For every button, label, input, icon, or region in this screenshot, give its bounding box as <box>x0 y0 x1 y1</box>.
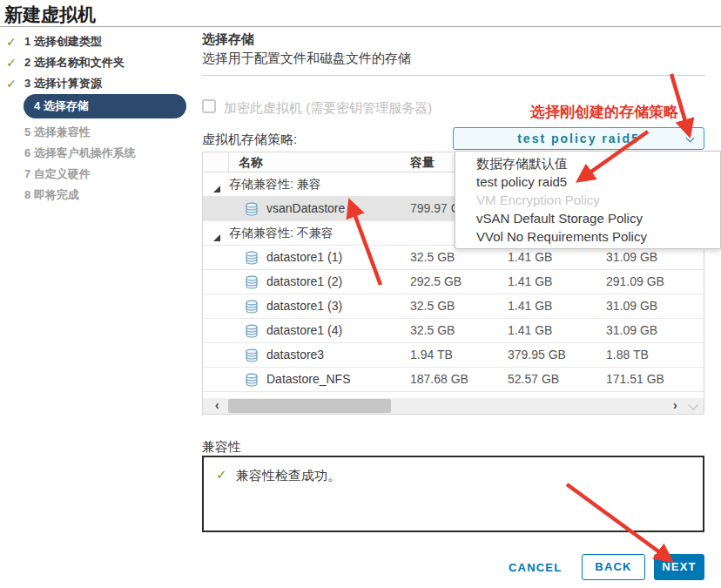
back-button[interactable]: BACK <box>582 554 645 580</box>
datastore-free: 1.88 TB <box>606 343 704 367</box>
step-4-select-storage-active[interactable]: 4 选择存储 <box>24 94 186 118</box>
column-header-name[interactable]: 名称 <box>229 152 402 172</box>
datastore-name: datastore1 (2) <box>266 270 342 294</box>
datastore-provisioned: 1.41 GB <box>508 294 606 318</box>
scrollbar-thumb[interactable] <box>228 399 391 413</box>
scroll-right-icon[interactable]: › <box>673 398 677 414</box>
datastore-free: 31.09 GB <box>606 246 704 269</box>
datastore-icon <box>245 300 259 314</box>
expanded-triangle-icon <box>213 234 220 241</box>
datastore-provisioned: 1.41 GB <box>508 319 606 342</box>
section-divider <box>202 75 705 76</box>
datastore-name: datastore1 (3) <box>266 294 342 318</box>
table-row-datastore1-2[interactable]: datastore1 (2) 292.5 GB 1.41 GB 291.09 G… <box>203 270 704 294</box>
step-label: 选择存储 <box>44 99 89 112</box>
datastore-icon <box>245 202 259 216</box>
step-label: 选择兼容性 <box>34 125 91 139</box>
datastore-provisioned: 379.95 GB <box>508 343 606 367</box>
step-label: 选择创建类型 <box>34 35 102 48</box>
step-done-check-icon: ✓ <box>6 73 17 94</box>
section-heading: 选择存储 <box>202 31 254 48</box>
datastore-icon <box>245 324 259 338</box>
step-number: 7 <box>24 167 30 180</box>
datastore-capacity: 292.5 GB <box>410 270 508 294</box>
datastore-provisioned: 52.57 GB <box>508 368 606 391</box>
step-5-select-compatibility[interactable]: 5 选择兼容性 <box>0 122 202 143</box>
step-done-check-icon: ✓ <box>6 31 17 52</box>
step-number: 8 <box>24 188 30 201</box>
menu-item-test-policy-raid5[interactable]: test policy raid5 <box>455 172 720 191</box>
datastore-icon <box>245 275 259 289</box>
menu-item-vm-encryption-policy: VM Encryption Policy <box>455 191 720 209</box>
step-number: 4 <box>34 99 40 112</box>
step-number: 3 <box>24 77 30 90</box>
datastore-capacity: 32.5 GB <box>410 246 508 269</box>
datastore-name: datastore1 (4) <box>266 319 342 342</box>
title-divider <box>0 26 721 27</box>
scroll-left-icon[interactable]: ‹ <box>215 398 219 414</box>
step-done-check-icon: ✓ <box>6 52 17 73</box>
step-3-select-compute-resource[interactable]: ✓ 3 选择计算资源 <box>0 73 202 94</box>
datastore-icon <box>245 251 259 265</box>
datastore-free: 31.09 GB <box>606 319 704 342</box>
table-row-datastore1-1[interactable]: datastore1 (1) 32.5 GB 1.41 GB 31.09 GB <box>203 246 704 270</box>
datastore-name: Datastore_NFS <box>266 368 350 391</box>
encrypt-vm-label: 加密此虚拟机 (需要密钥管理服务器) <box>224 100 432 117</box>
step-number: 6 <box>24 146 30 159</box>
datastore-capacity: 187.68 GB <box>410 368 508 391</box>
horizontal-scrollbar[interactable]: ‹ › <box>203 398 704 414</box>
cancel-button[interactable]: CANCEL <box>509 561 562 574</box>
vm-storage-policy-menu: 数据存储默认值 test policy raid5 VM Encryption … <box>455 151 721 249</box>
scroll-down-icon[interactable] <box>688 400 697 409</box>
table-row-datastore1-4[interactable]: datastore1 (4) 32.5 GB 1.41 GB 31.09 GB <box>203 319 704 343</box>
vm-storage-policy-select[interactable]: test policy raid5 <box>453 127 704 150</box>
annotation-policy-note: 选择刚创建的存储策略 <box>530 102 678 122</box>
datastore-free: 171.51 GB <box>606 368 704 391</box>
datastore-capacity: 1.94 TB <box>410 343 508 367</box>
vm-storage-policy-label: 虚拟机存储策略: <box>202 132 297 148</box>
group-label: 存储兼容性: 不兼容 <box>229 221 334 245</box>
step-1-select-creation-type[interactable]: ✓ 1 选择创建类型 <box>0 31 202 52</box>
datastore-icon <box>245 348 259 362</box>
step-label: 自定义硬件 <box>34 167 91 180</box>
datastore-free: 291.09 GB <box>606 270 704 294</box>
datastore-provisioned: 1.41 GB <box>508 270 606 294</box>
step-6-select-guest-os[interactable]: 6 选择客户机操作系统 <box>0 143 202 164</box>
new-vm-wizard-page: { "window": { "title": "新建虚拟机" }, "sideb… <box>0 0 721 588</box>
menu-item-vsan-default-storage-policy[interactable]: vSAN Default Storage Policy <box>455 209 720 227</box>
step-label: 即将完成 <box>34 188 79 201</box>
datastore-icon <box>245 373 259 387</box>
selection-column-header <box>203 152 229 172</box>
step-label: 选择计算资源 <box>34 77 102 90</box>
compatibility-message: 兼容性检查成功。 <box>236 468 340 484</box>
step-label: 选择名称和文件夹 <box>34 56 125 69</box>
menu-item-datastore-default[interactable]: 数据存储默认值 <box>455 154 720 172</box>
step-number: 1 <box>24 35 30 48</box>
step-7-customize-hardware[interactable]: 7 自定义硬件 <box>0 164 202 185</box>
table-row-datastore1-3[interactable]: datastore1 (3) 32.5 GB 1.41 GB 31.09 GB <box>203 294 704 319</box>
menu-item-vvol-no-requirements-policy[interactable]: VVol No Requirements Policy <box>455 227 720 246</box>
success-check-icon: ✓ <box>216 467 227 483</box>
step-number: 2 <box>24 56 30 69</box>
page-title: 新建虚拟机 <box>4 3 96 27</box>
group-label: 存储兼容性: 兼容 <box>229 172 321 196</box>
step-2-select-name-folder[interactable]: ✓ 2 选择名称和文件夹 <box>0 52 202 73</box>
section-subheading: 选择用于配置文件和磁盘文件的存储 <box>202 51 411 67</box>
step-number: 5 <box>24 125 30 139</box>
datastore-name: vsanDatastore <box>266 197 345 220</box>
datastore-free: 31.09 GB <box>606 294 704 318</box>
datastore-provisioned: 1.41 GB <box>508 246 606 269</box>
table-row-datastore3[interactable]: datastore3 1.94 TB 379.95 GB 1.88 TB <box>203 343 704 368</box>
expanded-triangle-icon <box>213 186 220 193</box>
step-8-ready-to-complete[interactable]: 8 即将完成 <box>0 185 202 206</box>
encrypt-vm-checkbox[interactable] <box>202 99 216 113</box>
table-row-datastore-nfs[interactable]: Datastore_NFS 187.68 GB 52.57 GB 171.51 … <box>203 368 704 392</box>
next-button[interactable]: NEXT <box>654 554 704 580</box>
step-label: 选择客户机操作系统 <box>34 146 136 159</box>
datastore-name: datastore3 <box>266 343 324 367</box>
compatibility-label: 兼容性 <box>202 439 241 456</box>
vm-storage-policy-value: test policy raid5 <box>454 128 704 149</box>
datastore-capacity: 32.5 GB <box>410 294 508 318</box>
datastore-capacity: 32.5 GB <box>410 319 508 342</box>
compatibility-result-box: ✓ 兼容性检查成功。 <box>202 456 704 532</box>
